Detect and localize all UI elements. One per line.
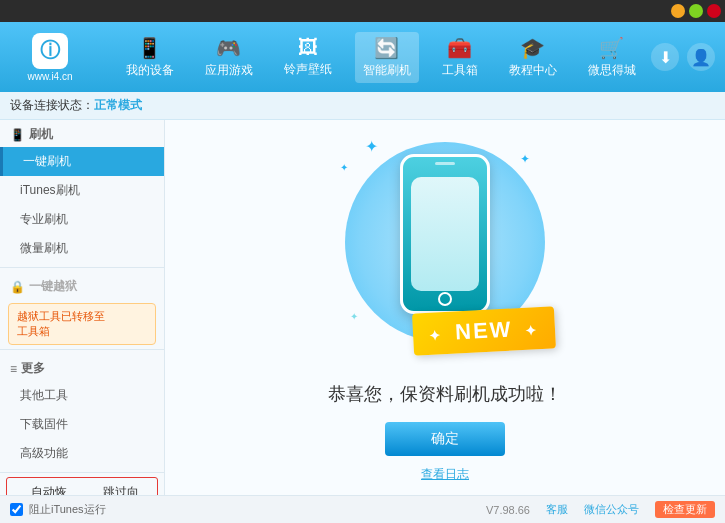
- success-text: 恭喜您，保资料刷机成功啦！: [328, 382, 562, 406]
- nav-wei-store[interactable]: 🛒 微思得城: [580, 32, 644, 83]
- header: ⓘ www.i4.cn 📱 我的设备 🎮 应用游戏 🖼 铃声壁纸 🔄 智能刷机 …: [0, 22, 725, 92]
- jailbreak-warning: 越狱工具已转移至工具箱: [8, 303, 156, 345]
- jailbreak-section-icon: 🔒: [10, 280, 25, 294]
- sidebar-item-micro-flash[interactable]: 微量刷机: [0, 234, 164, 263]
- sidebar-item-advanced[interactable]: 高级功能: [0, 439, 164, 468]
- phone-body: [400, 154, 490, 314]
- sidebar-section-jailbreak: 🔒 一键越狱: [0, 272, 164, 299]
- bottom-right: V7.98.66 客服 微信公众号 检查更新: [486, 501, 715, 518]
- stop-itunes-checkbox[interactable]: [10, 503, 23, 516]
- more-section-icon: ≡: [10, 362, 17, 376]
- logo-area: ⓘ www.i4.cn: [10, 33, 90, 82]
- skip-wizard-checkbox[interactable]: [87, 495, 100, 496]
- nav-wei-store-label: 微思得城: [588, 62, 636, 79]
- sparkle-2: ✦: [340, 162, 348, 173]
- one-click-flash-label: 一键刷机: [23, 154, 71, 168]
- minimize-button[interactable]: [671, 4, 685, 18]
- download-button[interactable]: ⬇: [651, 43, 679, 71]
- nav-ringtones-label: 铃声壁纸: [284, 61, 332, 78]
- apps-games-icon: 🎮: [216, 36, 241, 60]
- nav-apps-games-label: 应用游戏: [205, 62, 253, 79]
- checkbox-area: 自动恢送 跳过向导: [6, 477, 158, 495]
- wei-store-icon: 🛒: [599, 36, 624, 60]
- micro-flash-label: 微量刷机: [20, 241, 68, 255]
- service-link[interactable]: 客服: [546, 502, 568, 517]
- phone-screen: [411, 177, 479, 291]
- jailbreak-section-label: 一键越狱: [29, 278, 77, 295]
- title-bar: [0, 0, 725, 22]
- sidebar-item-download-firmware[interactable]: 下载固件: [0, 410, 164, 439]
- download-firmware-label: 下载固件: [20, 417, 68, 431]
- logo-icon: ⓘ: [32, 33, 68, 69]
- content-area: ✦ ✦ ✦ ✦ NEW 恭喜您，保资料刷机成功啦！ 确定 查看日志: [165, 120, 725, 495]
- nav-my-device[interactable]: 📱 我的设备: [118, 32, 182, 83]
- nav-tutorial[interactable]: 🎓 教程中心: [501, 32, 565, 83]
- version-text: V7.98.66: [486, 504, 530, 516]
- sidebar: 📱 刷机 一键刷机 iTunes刷机 专业刷机 微量刷机 🔒 一键越狱 越狱工具…: [0, 120, 165, 495]
- skip-wizard-label: 跳过向导: [103, 484, 149, 495]
- status-value: 正常模式: [94, 97, 142, 114]
- nav-toolbox[interactable]: 🧰 工具箱: [434, 32, 486, 83]
- nav-toolbox-label: 工具箱: [442, 62, 478, 79]
- nav-items: 📱 我的设备 🎮 应用游戏 🖼 铃声壁纸 🔄 智能刷机 🧰 工具箱 🎓 教程中心…: [110, 32, 651, 83]
- status-label: 设备连接状态：: [10, 97, 94, 114]
- nav-tutorial-label: 教程中心: [509, 62, 557, 79]
- advanced-label: 高级功能: [20, 446, 68, 460]
- flash-section-label: 刷机: [29, 126, 53, 143]
- pro-flash-label: 专业刷机: [20, 212, 68, 226]
- phone-illustration: ✦ ✦ ✦ ✦ NEW: [335, 132, 555, 362]
- smart-store-icon: 🔄: [374, 36, 399, 60]
- tutorial-icon: 🎓: [520, 36, 545, 60]
- phone-home-button: [438, 292, 452, 306]
- auto-send-label: 自动恢送: [31, 484, 77, 495]
- toolbox-icon: 🧰: [447, 36, 472, 60]
- sidebar-item-other-tools[interactable]: 其他工具: [0, 381, 164, 410]
- sidebar-divider-2: [0, 349, 164, 350]
- more-section-label: 更多: [21, 360, 45, 377]
- sidebar-section-more: ≡ 更多: [0, 354, 164, 381]
- new-badge-text: NEW: [455, 317, 514, 345]
- update-button[interactable]: 检查更新: [655, 501, 715, 518]
- nav-apps-games[interactable]: 🎮 应用游戏: [197, 32, 261, 83]
- logo-text: www.i4.cn: [27, 71, 72, 82]
- nav-ringtones[interactable]: 🖼 铃声壁纸: [276, 32, 340, 83]
- sidebar-item-pro-flash[interactable]: 专业刷机: [0, 205, 164, 234]
- wechat-link[interactable]: 微信公众号: [584, 502, 639, 517]
- user-button[interactable]: 👤: [687, 43, 715, 71]
- sidebar-divider-3: [0, 472, 164, 473]
- stop-itunes-label: 阻止iTunes运行: [29, 502, 106, 517]
- nav-my-device-label: 我的设备: [126, 62, 174, 79]
- new-badge: NEW: [412, 306, 556, 355]
- skip-wizard-checkbox-label[interactable]: 跳过向导: [87, 484, 149, 495]
- auto-send-checkbox[interactable]: [15, 495, 28, 496]
- nav-smart-store-label: 智能刷机: [363, 62, 411, 79]
- main-layout: 📱 刷机 一键刷机 iTunes刷机 专业刷机 微量刷机 🔒 一键越狱 越狱工具…: [0, 120, 725, 495]
- sidebar-section-flash: 📱 刷机: [0, 120, 164, 147]
- maximize-button[interactable]: [689, 4, 703, 18]
- sidebar-item-one-click-flash[interactable]: 一键刷机: [0, 147, 164, 176]
- sidebar-divider-1: [0, 267, 164, 268]
- bottom-left: 阻止iTunes运行: [10, 502, 486, 517]
- bottom-bar: 阻止iTunes运行 V7.98.66 客服 微信公众号 检查更新: [0, 495, 725, 523]
- ringtones-icon: 🖼: [298, 36, 318, 59]
- phone-speaker: [435, 162, 455, 165]
- my-device-icon: 📱: [137, 36, 162, 60]
- other-tools-label: 其他工具: [20, 388, 68, 402]
- sparkle-4: ✦: [350, 311, 358, 322]
- flash-section-icon: 📱: [10, 128, 25, 142]
- itunes-flash-label: iTunes刷机: [20, 183, 80, 197]
- sparkle-3: ✦: [520, 152, 530, 166]
- confirm-button[interactable]: 确定: [385, 422, 505, 456]
- sidebar-item-itunes-flash[interactable]: iTunes刷机: [0, 176, 164, 205]
- sparkle-1: ✦: [365, 137, 378, 156]
- auto-send-checkbox-label[interactable]: 自动恢送: [15, 484, 77, 495]
- goto-log-link[interactable]: 查看日志: [421, 466, 469, 483]
- nav-smart-store[interactable]: 🔄 智能刷机: [355, 32, 419, 83]
- close-button[interactable]: [707, 4, 721, 18]
- header-right: ⬇ 👤: [651, 43, 715, 71]
- status-bar: 设备连接状态： 正常模式: [0, 92, 725, 120]
